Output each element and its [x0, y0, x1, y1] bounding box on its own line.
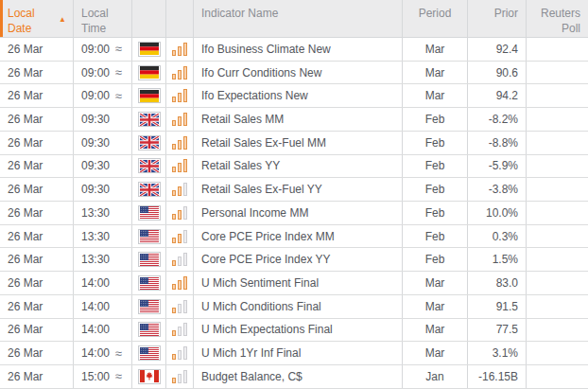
country-cell	[132, 84, 166, 107]
table-row[interactable]: 26 Mar 09:30 Retail Sales Ex-Fuel MM Feb…	[0, 132, 588, 155]
prior-cell: -16.15B	[468, 365, 527, 388]
local-date-cell: 26 Mar	[0, 342, 74, 364]
table-row[interactable]: 26 Mar 13:30 Core PCE Price Index YY Feb…	[0, 248, 588, 272]
importance-cell	[166, 248, 194, 271]
importance-cell	[166, 319, 194, 342]
prior-cell: 91.5	[468, 295, 527, 318]
column-header-label: Local Time	[81, 6, 124, 36]
indicator-name-cell: Retail Sales Ex-Fuel MM	[194, 132, 403, 154]
table-row[interactable]: 26 Mar 13:30 Core PCE Price Index MM Feb…	[0, 225, 588, 249]
approx-time-icon: ≈	[115, 89, 122, 103]
local-time-cell: 09:30	[74, 155, 132, 178]
column-header-label: Period	[419, 6, 452, 21]
importance-cell	[166, 202, 194, 224]
canada-flag-icon	[138, 369, 161, 384]
local-date-cell: 26 Mar	[0, 38, 74, 61]
column-header-label: Indicator Name	[201, 6, 278, 21]
period-cell: Feb	[403, 248, 468, 271]
column-header-period[interactable]: Period	[403, 0, 468, 37]
indicator-name-value: Budget Balance, C$	[201, 370, 303, 383]
local-date-value: 26 Mar	[8, 66, 43, 80]
column-header-country[interactable]	[132, 0, 166, 37]
period-value: Mar	[425, 89, 445, 102]
indicator-name-value: U Mich Sentiment Final	[201, 276, 319, 290]
prior-cell: -8.2%	[468, 108, 527, 131]
table-row[interactable]: 26 Mar 09:30 Retail Sales MM Feb -8.2%	[0, 108, 588, 132]
prior-value: 77.5	[496, 323, 518, 336]
indicator-name-value: U Mich 1Yr Inf Final	[201, 346, 301, 360]
indicator-name-value: Retail Sales Ex-Fuel YY	[201, 183, 322, 196]
us-flag-icon	[138, 205, 161, 221]
column-header-local-time[interactable]: Local Time	[74, 0, 132, 37]
prior-cell: 3.1%	[468, 342, 527, 364]
prior-cell: 90.6	[468, 62, 527, 84]
country-cell	[132, 132, 166, 154]
local-time-cell: 09:00≈	[74, 62, 132, 84]
column-header-local-date[interactable]: Local Date ▲	[0, 0, 74, 37]
importance-bar-chart-icon	[172, 253, 187, 266]
period-cell: Mar	[403, 84, 468, 107]
prior-value: 90.6	[496, 66, 518, 80]
table-row[interactable]: 26 Mar 14:00 U Mich Sentiment Final Mar …	[0, 272, 588, 295]
period-value: Mar	[425, 276, 445, 290]
local-time-cell: 14:00	[74, 295, 132, 318]
table-row[interactable]: 26 Mar 09:30 Retail Sales YY Feb -5.9%	[0, 155, 588, 179]
local-date-value: 26 Mar	[8, 89, 43, 102]
local-time-cell: 13:30	[74, 248, 132, 271]
period-cell: Jan	[403, 365, 468, 388]
prior-cell: -8.8%	[468, 132, 527, 154]
country-cell	[132, 155, 166, 178]
country-cell	[132, 225, 166, 248]
importance-bar-chart-icon	[172, 43, 187, 56]
column-header-reuters-poll[interactable]: Reuters Poll	[527, 0, 588, 37]
local-time-cell: 13:30	[74, 202, 132, 224]
table-row[interactable]: 26 Mar 09:00≈ Ifo Expectations New Mar 9…	[0, 84, 588, 108]
country-cell	[132, 319, 166, 342]
period-value: Mar	[425, 43, 445, 56]
table-row[interactable]: 26 Mar 09:00≈ Ifo Business Climate New M…	[0, 38, 588, 62]
importance-bar-chart-icon	[172, 206, 187, 220]
period-value: Mar	[425, 346, 445, 360]
local-time-cell: 09:30	[74, 178, 132, 201]
importance-cell	[166, 108, 194, 131]
column-header-indicator-name[interactable]: Indicator Name	[194, 0, 403, 37]
local-date-cell: 26 Mar	[0, 248, 74, 271]
importance-bar-chart-icon	[172, 323, 187, 336]
table-row[interactable]: 26 Mar 15:00≈ Budget Balance, C$ Jan -16…	[0, 365, 588, 389]
column-header-importance[interactable]	[166, 0, 194, 37]
table-body: 26 Mar 09:00≈ Ifo Business Climate New M…	[0, 38, 588, 389]
country-cell	[132, 248, 166, 271]
economic-calendar-table: Local Date ▲ Local Time Indicator Name P…	[0, 0, 588, 389]
indicator-name-cell: U Mich Conditions Final	[194, 295, 403, 318]
column-header-prior[interactable]: Prior	[468, 0, 527, 37]
period-value: Feb	[425, 183, 445, 196]
indicator-name-value: Retail Sales Ex-Fuel MM	[201, 136, 326, 150]
indicator-name-value: Ifo Business Climate New	[201, 43, 331, 56]
period-cell: Feb	[403, 132, 468, 154]
prior-value: -3.8%	[489, 183, 518, 196]
local-time-value: 09:00	[81, 89, 110, 102]
country-cell	[132, 295, 166, 318]
reuters-poll-cell	[527, 225, 588, 248]
table-row[interactable]: 26 Mar 14:00 U Mich Expectations Final M…	[0, 319, 588, 343]
table-row[interactable]: 26 Mar 09:30 Retail Sales Ex-Fuel YY Feb…	[0, 178, 588, 202]
indicator-name-value: Core PCE Price Index MM	[201, 230, 335, 243]
prior-cell: 10.0%	[468, 202, 527, 224]
period-cell: Feb	[403, 155, 468, 178]
local-time-cell: 09:30	[74, 108, 132, 131]
local-date-value: 26 Mar	[8, 253, 43, 266]
table-row[interactable]: 26 Mar 14:00 U Mich Conditions Final Mar…	[0, 295, 588, 319]
local-time-cell: 15:00≈	[74, 365, 132, 388]
sort-ascending-icon: ▲	[59, 16, 66, 24]
table-row[interactable]: 26 Mar 09:00≈ Ifo Curr Conditions New Ma…	[0, 62, 588, 85]
column-header-label: Local Date	[8, 6, 57, 36]
country-cell	[132, 272, 166, 294]
column-header-label: Reuters Poll	[534, 6, 580, 36]
importance-bar-chart-icon	[172, 113, 187, 126]
reuters-poll-cell	[527, 248, 588, 271]
table-row[interactable]: 26 Mar 14:00≈ U Mich 1Yr Inf Final Mar 3…	[0, 342, 588, 365]
local-time-value: 14:00	[81, 346, 110, 360]
us-flag-icon	[138, 275, 161, 291]
prior-cell: 1.5%	[468, 248, 527, 271]
table-row[interactable]: 26 Mar 13:30 Personal Income MM Feb 10.0…	[0, 202, 588, 225]
